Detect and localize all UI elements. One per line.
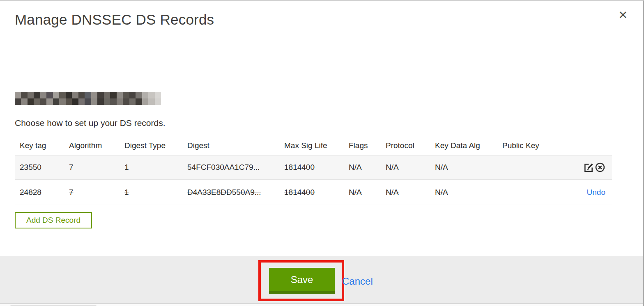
column-header-key-tag: Key tag — [15, 141, 64, 150]
redacted-domain-name — [15, 92, 161, 105]
table-header-row: Key tag Algorithm Digest Type Digest Max… — [15, 136, 612, 155]
ds-records-table: Key tag Algorithm Digest Type Digest Max… — [15, 136, 612, 205]
column-header-flags: Flags — [344, 141, 381, 150]
column-header-public-key: Public Key — [497, 141, 573, 150]
cell-protocol: N/A — [381, 163, 430, 172]
save-button[interactable]: Save — [269, 268, 335, 294]
column-header-key-data-alg: Key Data Alg — [430, 141, 497, 150]
cell-key-tag: 24828 — [15, 188, 64, 197]
cell-protocol: N/A — [381, 188, 430, 197]
row-actions — [573, 162, 612, 173]
cell-digest-type: 1 — [120, 188, 182, 197]
instruction-text: Choose how to set up your DS records. — [15, 118, 166, 128]
cell-max-sig-life: 1814400 — [279, 188, 344, 197]
delete-icon[interactable] — [595, 162, 605, 173]
cell-digest-type: 1 — [120, 163, 182, 172]
cancel-link[interactable]: Cancel — [342, 275, 373, 288]
cell-key-tag: 23550 — [15, 163, 64, 172]
edit-icon[interactable] — [583, 162, 594, 173]
undo-link[interactable]: Undo — [587, 188, 605, 197]
cell-max-sig-life: 1814400 — [279, 163, 344, 172]
column-header-max-sig-life: Max Sig Life — [279, 141, 344, 150]
cell-digest: 54FCF030AA1C79... — [182, 163, 279, 172]
page-title: Manage DNSSEC DS Records — [15, 11, 214, 28]
add-ds-record-button[interactable]: Add DS Record — [15, 212, 92, 228]
cell-digest: D4A33E8DD550A9... — [182, 188, 279, 197]
column-header-digest: Digest — [182, 141, 279, 150]
table-row: 23550 7 1 54FCF030AA1C79... 1814400 N/A … — [15, 155, 612, 180]
cell-flags: N/A — [344, 163, 381, 172]
close-icon[interactable]: ✕ — [618, 10, 628, 21]
cell-key-data-alg: N/A — [430, 188, 497, 197]
column-header-algorithm: Algorithm — [64, 141, 120, 150]
column-header-protocol: Protocol — [381, 141, 430, 150]
table-row-deleted: 24828 7 1 D4A33E8DD550A9... 1814400 N/A … — [15, 180, 612, 205]
dnssec-modal: Manage DNSSEC DS Records ✕ Choose how to… — [0, 0, 644, 306]
column-header-digest-type: Digest Type — [120, 141, 182, 150]
cell-flags: N/A — [344, 188, 381, 197]
row-actions: Undo — [573, 188, 612, 197]
cell-algorithm: 7 — [64, 188, 120, 197]
cell-algorithm: 7 — [64, 163, 120, 172]
cell-key-data-alg: N/A — [430, 163, 497, 172]
